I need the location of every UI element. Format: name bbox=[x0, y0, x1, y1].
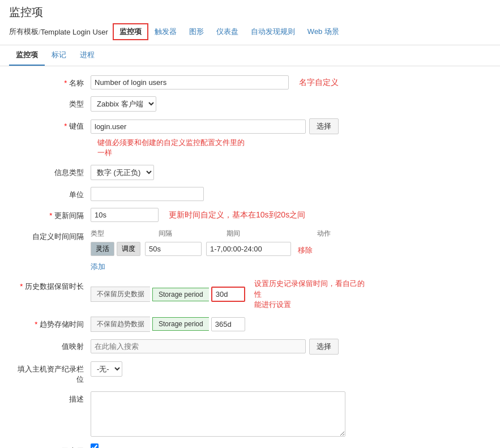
key-input[interactable] bbox=[91, 120, 306, 134]
valuemap-label: 值映射 bbox=[11, 339, 91, 352]
description-wrap bbox=[91, 391, 489, 437]
trend-wrap: 不保留趋势数据 Storage period bbox=[91, 317, 489, 332]
nav-item-web场景[interactable]: Web 场景 bbox=[301, 24, 345, 40]
update-interval-row: 更新间隔 更新时间自定义，基本在10s到20s之间 bbox=[11, 208, 489, 222]
remove-link[interactable]: 移除 bbox=[298, 245, 313, 255]
host-inventory-label: 填入主机资产纪录栏位 bbox=[11, 361, 91, 385]
type-flex-button[interactable]: 灵活 bbox=[91, 242, 114, 256]
key-wrap: 选择 键值必须要和创建的自定义监控配置文件里的一样 bbox=[91, 118, 489, 158]
history-days-input[interactable] bbox=[211, 287, 245, 302]
name-input[interactable] bbox=[91, 75, 289, 89]
col-period-label: 期间 bbox=[227, 229, 317, 238]
valuemap-wrap: 选择 bbox=[91, 339, 489, 355]
info-type-wrap: 数字 (无正负) bbox=[91, 165, 489, 180]
custom-time-row-outer: 自定义时间间隔 类型 间隔 期间 动作 灵活 调度 移除 添加 bbox=[11, 229, 489, 272]
custom-time-header: 类型 间隔 期间 动作 bbox=[91, 229, 489, 238]
col-action-label: 动作 bbox=[317, 229, 345, 238]
unit-wrap bbox=[91, 187, 489, 201]
form-container: 名称 名字自定义 类型 Zabbix 客户端 键值 选择 键值必须要和创建的自定… bbox=[0, 66, 500, 448]
history-annotation: 设置历史记录保留时间，看自己的性能进行设置 bbox=[254, 279, 367, 310]
description-label: 描述 bbox=[11, 391, 91, 404]
period-input[interactable] bbox=[206, 242, 291, 256]
enabled-checkbox[interactable] bbox=[91, 443, 99, 448]
enabled-row: 已启用 bbox=[11, 443, 489, 448]
col-type-label: 类型 bbox=[91, 229, 159, 238]
sub-tabs: 监控项 标记 进程 bbox=[0, 45, 500, 66]
host-inventory-row: 填入主机资产纪录栏位 -无- bbox=[11, 361, 489, 385]
update-interval-wrap: 更新时间自定义，基本在10s到20s之间 bbox=[91, 208, 489, 222]
nav-item-仪表盘[interactable]: 仪表盘 bbox=[210, 24, 245, 40]
valuemap-search-input[interactable] bbox=[91, 339, 306, 353]
enabled-wrap bbox=[91, 443, 489, 448]
breadcrumb: 所有模板 / Template Login User 监控项 触发器 图形 仪表… bbox=[9, 23, 491, 40]
name-row: 名称 名字自定义 bbox=[11, 75, 489, 89]
sub-tab-进程[interactable]: 进程 bbox=[73, 45, 101, 66]
unit-label: 单位 bbox=[11, 187, 91, 200]
trend-days-input[interactable] bbox=[211, 317, 245, 331]
type-schedule-button[interactable]: 调度 bbox=[117, 242, 140, 256]
key-choose-button[interactable]: 选择 bbox=[309, 118, 339, 134]
history-storage-label: Storage period bbox=[152, 288, 209, 301]
info-type-select[interactable]: 数字 (无正负) bbox=[91, 165, 154, 180]
history-row: 历史数据保留时长 不保留历史数据 Storage period 设置历史记录保留… bbox=[11, 279, 489, 310]
host-inventory-select[interactable]: -无- bbox=[91, 361, 122, 377]
update-interval-label: 更新间隔 bbox=[11, 208, 91, 221]
trend-label: 趋势存储时间 bbox=[11, 317, 91, 330]
update-interval-input[interactable] bbox=[91, 208, 159, 222]
unit-row: 单位 bbox=[11, 187, 489, 201]
nav-item-触发器[interactable]: 触发器 bbox=[148, 24, 183, 40]
type-row: 类型 Zabbix 客户端 bbox=[11, 96, 489, 112]
key-row: 键值 选择 键值必须要和创建的自定义监控配置文件里的一样 bbox=[11, 118, 489, 158]
enabled-label: 已启用 bbox=[11, 443, 91, 448]
top-nav: 监控项 触发器 图形 仪表盘 自动发现规则 Web 场景 bbox=[113, 23, 345, 40]
breadcrumb-current[interactable]: Template Login User bbox=[41, 28, 108, 36]
history-no-keep: 不保留历史数据 bbox=[91, 287, 150, 302]
trend-row: 趋势存储时间 不保留趋势数据 Storage period bbox=[11, 317, 489, 332]
type-wrap: Zabbix 客户端 bbox=[91, 96, 489, 112]
interval-input[interactable] bbox=[145, 242, 202, 256]
name-label: 名称 bbox=[11, 75, 91, 88]
page-title: 监控项 bbox=[9, 5, 491, 20]
type-select[interactable]: Zabbix 客户端 bbox=[91, 96, 156, 112]
nav-item-图形[interactable]: 图形 bbox=[183, 24, 210, 40]
update-annotation: 更新时间自定义，基本在10s到20s之间 bbox=[169, 210, 305, 220]
description-textarea[interactable] bbox=[91, 391, 345, 437]
nav-item-自动发现规则[interactable]: 自动发现规则 bbox=[245, 24, 301, 40]
nav-item-监控项[interactable]: 监控项 bbox=[113, 23, 148, 40]
custom-time-label: 自定义时间间隔 bbox=[11, 229, 91, 242]
add-custom-time-link[interactable]: 添加 bbox=[91, 262, 105, 272]
valuemap-row: 值映射 选择 bbox=[11, 339, 489, 355]
name-wrap: 名字自定义 bbox=[91, 75, 489, 89]
trend-no-keep: 不保留趋势数据 bbox=[91, 317, 150, 332]
sub-tab-标记[interactable]: 标记 bbox=[45, 45, 73, 66]
custom-time-data-row: 灵活 调度 移除 bbox=[91, 242, 313, 256]
history-wrap: 不保留历史数据 Storage period 设置历史记录保留时间，看自己的性能… bbox=[91, 279, 489, 310]
description-row: 描述 bbox=[11, 391, 489, 437]
host-inventory-wrap: -无- bbox=[91, 361, 489, 377]
trend-storage-label: Storage period bbox=[152, 317, 209, 331]
custom-time-wrap: 类型 间隔 期间 动作 灵活 调度 移除 添加 bbox=[91, 229, 489, 272]
info-type-label: 信息类型 bbox=[11, 165, 91, 178]
valuemap-choose-button[interactable]: 选择 bbox=[309, 339, 339, 355]
page-header: 监控项 所有模板 / Template Login User 监控项 触发器 图… bbox=[0, 0, 500, 45]
name-annotation: 名字自定义 bbox=[299, 78, 339, 88]
main-content: 监控项 标记 进程 名称 名字自定义 类型 Zabbix 客户端 键值 bbox=[0, 45, 500, 448]
info-type-row: 信息类型 数字 (无正负) bbox=[11, 165, 489, 180]
history-label: 历史数据保留时长 bbox=[11, 279, 91, 292]
key-label: 键值 bbox=[11, 118, 91, 131]
type-label: 类型 bbox=[11, 96, 91, 109]
unit-input[interactable] bbox=[91, 187, 204, 201]
breadcrumb-parent[interactable]: 所有模板 bbox=[9, 27, 39, 37]
sub-tab-监控项[interactable]: 监控项 bbox=[9, 45, 45, 66]
col-interval-label: 间隔 bbox=[159, 229, 227, 238]
key-annotation: 键值必须要和创建的自定义监控配置文件里的一样 bbox=[97, 138, 245, 158]
